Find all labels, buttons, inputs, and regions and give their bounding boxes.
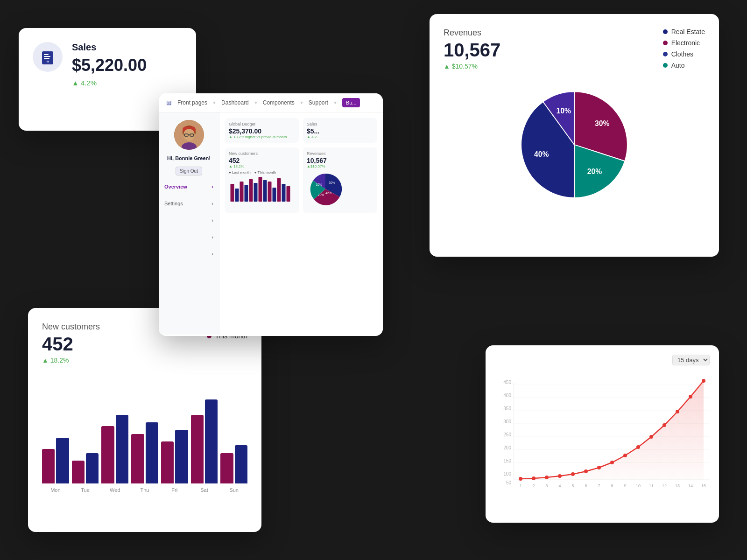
- bar-thismonth-wed: [101, 426, 114, 483]
- svg-text:8: 8: [611, 483, 613, 488]
- nav-front-pages[interactable]: Front pages: [177, 99, 207, 106]
- svg-rect-17: [245, 185, 248, 202]
- rev-label-clothes: Clothes: [671, 50, 693, 58]
- dash-revenues-value: 10,567: [307, 157, 374, 164]
- dashboard-navbar: ⊞ Front pages ▾ Dashboard ▾ Components ▾…: [159, 93, 383, 112]
- svg-point-60: [662, 423, 666, 427]
- svg-text:7: 7: [598, 483, 600, 488]
- pie-label-clothes: 40%: [534, 150, 549, 158]
- svg-text:12: 12: [662, 483, 667, 488]
- dash-customers-change: ▲ 18.2%: [229, 164, 296, 168]
- sales-title: Sales: [72, 42, 182, 53]
- svg-text:100: 100: [503, 471, 511, 476]
- svg-text:300: 300: [503, 419, 511, 424]
- svg-rect-16: [240, 182, 244, 202]
- svg-rect-26: [287, 186, 290, 202]
- bar-thismonth-tue: [72, 461, 85, 483]
- revenues-label: Revenues: [444, 28, 500, 38]
- sales-amount: $5,220.00: [72, 56, 182, 75]
- svg-text:10%: 10%: [316, 183, 322, 186]
- menu-item-4[interactable]: ›: [159, 231, 219, 243]
- sales-change: ▲ 4.2%: [72, 79, 182, 87]
- svg-text:$: $: [47, 60, 48, 63]
- customers-number: 452: [42, 334, 100, 355]
- svg-rect-1: [44, 54, 49, 55]
- rev-label-realestate: Real Estate: [671, 28, 705, 35]
- svg-point-62: [689, 395, 692, 399]
- bar-thismonth-fri: [161, 441, 174, 483]
- menu-item-3[interactable]: ›: [159, 215, 219, 226]
- nav-support[interactable]: Support: [309, 99, 328, 106]
- svg-rect-15: [235, 189, 239, 202]
- dashboard-sidebar: Hi, Bonnie Green! Sign Out Overview › Se…: [159, 112, 219, 335]
- menu-overview[interactable]: Overview ›: [159, 181, 219, 192]
- svg-point-52: [558, 474, 562, 478]
- mini-sales: Sales $5... ▲ 4.2...: [303, 118, 377, 143]
- svg-text:200: 200: [503, 445, 511, 450]
- menu-settings[interactable]: Settings ›: [159, 198, 219, 209]
- svg-text:13: 13: [675, 483, 680, 488]
- mini-pie-chart: 30% 20% 42% 10%: [307, 170, 344, 208]
- dash-revenues-label: Revenues: [307, 151, 374, 156]
- dash-customers-label: New customers: [229, 151, 296, 156]
- dashboard-main: Global Budget $25,370.00 ▲ 18.2% higher …: [219, 112, 383, 335]
- menu-item-5[interactable]: ›: [159, 248, 219, 259]
- bar-group-mon: [42, 438, 69, 483]
- rev-legend-electronic: Electronic: [663, 39, 705, 47]
- dash-sales-change: ▲ 4.2...: [307, 135, 374, 139]
- rev-legend-realestate: Real Estate: [663, 28, 705, 35]
- bar-lastmonth-tue: [86, 453, 99, 483]
- svg-rect-20: [259, 177, 262, 202]
- bar-label-thu: Thu: [131, 487, 158, 493]
- bar-lastmonth-mon: [56, 438, 69, 483]
- rev-dot-auto: [663, 63, 668, 68]
- bar-label-mon: Mon: [42, 487, 69, 493]
- svg-text:20%: 20%: [318, 193, 324, 196]
- svg-text:15: 15: [701, 483, 706, 488]
- rev-dot-clothes: [663, 52, 668, 56]
- bar-lastmonth-thu: [146, 422, 158, 483]
- user-avatar: [174, 120, 204, 150]
- line-chart-svg: 450 400 350 300 250 200 150 100 50: [495, 370, 710, 501]
- nav-components[interactable]: Components: [263, 99, 295, 106]
- bar-thismonth-mon: [42, 449, 55, 483]
- mini-new-customers: New customers 452 ▲ 18.2% ● Last month ●…: [225, 147, 299, 213]
- bar-group-tue: [72, 453, 99, 483]
- nav-buy-button[interactable]: Bu...: [342, 98, 360, 107]
- dashboard-card: ⊞ Front pages ▾ Dashboard ▾ Components ▾…: [159, 93, 383, 336]
- svg-rect-23: [273, 188, 276, 202]
- svg-point-53: [571, 472, 575, 476]
- sign-out-button[interactable]: Sign Out: [176, 167, 202, 175]
- bar-lastmonth-sat: [205, 399, 218, 483]
- bar-label-tue: Tue: [72, 487, 99, 493]
- timeframe-select[interactable]: 15 days 30 days: [672, 355, 710, 365]
- svg-rect-18: [249, 179, 253, 202]
- global-budget-change: ▲ 18.2% higher vs previous month: [229, 135, 296, 139]
- rev-dot-realestate: [663, 29, 668, 34]
- bar-lastmonth-wed: [116, 415, 128, 483]
- dash-sales-value: $5...: [307, 127, 374, 135]
- bar-thismonth-thu: [131, 434, 144, 483]
- svg-text:150: 150: [503, 458, 511, 463]
- bar-group-fri: [161, 430, 188, 483]
- bar-group-sat: [191, 399, 218, 483]
- svg-text:1: 1: [519, 483, 521, 488]
- bar-thismonth-sat: [191, 415, 204, 483]
- svg-point-54: [584, 469, 588, 473]
- bar-group-thu: [131, 422, 158, 483]
- svg-text:4: 4: [558, 483, 561, 488]
- svg-text:50: 50: [506, 480, 512, 485]
- svg-text:10: 10: [636, 483, 641, 488]
- global-budget-value: $25,370.00: [229, 127, 296, 135]
- rev-legend-auto: Auto: [663, 62, 705, 69]
- svg-point-55: [597, 466, 601, 469]
- svg-text:350: 350: [503, 406, 511, 411]
- mini-global-budget: Global Budget $25,370.00 ▲ 18.2% higher …: [225, 118, 299, 143]
- pie-label-auto: 10%: [556, 107, 571, 115]
- rev-label-auto: Auto: [671, 62, 685, 69]
- svg-rect-21: [263, 180, 267, 202]
- nav-dashboard[interactable]: Dashboard: [221, 99, 249, 106]
- svg-text:42%: 42%: [325, 191, 331, 195]
- svg-text:6: 6: [585, 483, 587, 488]
- revenues-card: Revenues 10,567 ▲ $10.57% Real Estate El…: [430, 14, 719, 257]
